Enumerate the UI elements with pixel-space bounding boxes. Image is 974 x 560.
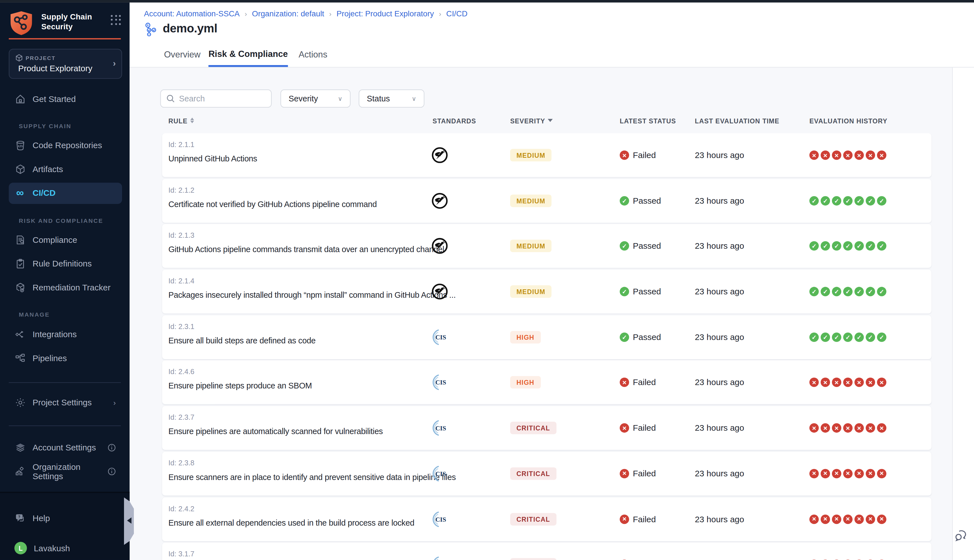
sidebar-item-rule-definitions[interactable]: Rule Definitions [9, 253, 122, 274]
history-passed-icon [821, 196, 830, 205]
history-passed-icon [866, 196, 875, 205]
status-label: Failed [633, 423, 656, 433]
rule-row[interactable]: Id: 3.1.7 CIS CRITICAL Failed 23 hours a… [162, 543, 931, 560]
column-header-rule[interactable]: RULE [168, 117, 193, 124]
rule-row[interactable]: Id: 2.1.2 Certificate not verified by Gi… [162, 179, 931, 223]
history-icons [809, 242, 886, 251]
history-failed-icon [854, 514, 864, 524]
chevron-right-icon: › [113, 398, 116, 407]
breadcrumb-account-link[interactable]: Account: Automation-SSCA [144, 9, 240, 18]
breadcrumb: Account: Automation-SSCA › Organization:… [144, 9, 467, 18]
app-title: Supply Chain Security [42, 12, 92, 32]
cis-icon: CIS [431, 510, 448, 527]
module-grid-icon[interactable] [111, 15, 122, 25]
column-header-severity[interactable]: SEVERITY [510, 117, 553, 124]
artifacts-cube-icon [14, 164, 26, 175]
sidebar-item-integrations[interactable]: Integrations [9, 324, 122, 345]
breadcrumb-organization-link[interactable]: Organization: default [252, 9, 324, 18]
rule-id: Id: 2.1.1 [168, 141, 194, 148]
sidebar: Supply Chain Security PROJECT Product Ex… [0, 2, 130, 560]
sidebar-item-pipelines[interactable]: Pipelines [9, 348, 122, 369]
column-header-last-evaluation-time[interactable]: LAST EVALUATION TIME [695, 117, 779, 124]
rule-row[interactable]: Id: 2.1.3 GitHub Actions pipeline comman… [162, 224, 931, 268]
rule-row[interactable]: Id: 2.3.7 Ensure pipelines are automatic… [162, 406, 931, 450]
user-name: Lavakush [34, 543, 70, 553]
history-failed-icon [809, 514, 819, 524]
sidebar-item-help[interactable]: ? Help [9, 507, 122, 529]
history-icons [809, 469, 886, 478]
rule-row[interactable]: Id: 2.1.4 Packages insecurely installed … [162, 270, 931, 313]
sidebar-item-remediation-tracker[interactable]: Remediation Tracker [9, 277, 122, 298]
history-failed-icon [843, 469, 852, 478]
rule-id: Id: 2.3.8 [168, 459, 194, 467]
sidebar-item-compliance[interactable]: Compliance [9, 229, 122, 251]
history-icons [809, 378, 886, 387]
rule-row[interactable]: Id: 2.3.1 Ensure all build steps are def… [162, 315, 931, 359]
rule-id: Id: 2.4.6 [168, 368, 194, 376]
history-failed-icon [866, 469, 875, 478]
sidebar-section-manage: MANAGE [19, 311, 50, 317]
rule-row[interactable]: Id: 2.4.2 Ensure all external dependenci… [162, 497, 931, 541]
severity-badge: MEDIUM [510, 240, 552, 252]
cis-icon: CIS [431, 465, 448, 482]
status-icon [620, 150, 629, 160]
column-header-evaluation-history[interactable]: EVALUATION HISTORY [809, 117, 887, 124]
history-failed-icon [866, 514, 875, 524]
status-icon [620, 378, 629, 387]
standards-icon-wrap: CIS [431, 238, 448, 255]
breadcrumb-cicd-link[interactable]: CI/CD [446, 9, 467, 18]
compliance-doc-icon [14, 234, 26, 246]
tab-overview[interactable]: Overview [164, 42, 201, 67]
sidebar-item-label: Project Settings [32, 398, 92, 407]
history-failed-icon [832, 469, 841, 478]
sidebar-item-account-settings[interactable]: Account Settings [9, 437, 122, 458]
history-failed-icon [877, 150, 886, 160]
tab-actions[interactable]: Actions [299, 42, 327, 67]
rule-name: Certificate not verified by GitHub Actio… [168, 200, 377, 209]
svg-text:CIS: CIS [435, 515, 446, 523]
severity-filter-dropdown[interactable]: Severity ∨ [280, 90, 350, 108]
status-label: Failed [633, 378, 656, 387]
history-passed-icon [821, 242, 830, 251]
latest-status: Passed [620, 196, 661, 205]
history-failed-icon [832, 378, 841, 387]
sidebar-section-supply-chain: SUPPLY CHAIN [19, 122, 72, 129]
info-icon[interactable] [108, 444, 116, 452]
tab-risk-and-compliance[interactable]: Risk & Compliance [208, 42, 288, 67]
evaluation-time: 23 hours ago [695, 242, 744, 251]
rule-row[interactable]: Id: 2.4.6 Ensure pipeline steps produce … [162, 360, 931, 404]
info-icon[interactable] [108, 467, 116, 475]
remediation-tracker-icon [14, 282, 26, 293]
rule-id: Id: 2.4.2 [168, 505, 194, 512]
sidebar-item-cicd[interactable]: ∞ CI/CD [9, 182, 122, 204]
sidebar-user-menu[interactable]: L Lavakush [9, 537, 122, 559]
sidebar-item-label: Account Settings [32, 443, 96, 452]
history-failed-icon [866, 423, 875, 433]
rule-row[interactable]: Id: 2.3.8 Ensure scanners are in place t… [162, 452, 931, 495]
rule-name: Ensure all build steps are defined as co… [168, 336, 315, 345]
chat-support-icon[interactable] [954, 529, 968, 543]
history-passed-icon [843, 332, 852, 342]
rule-row[interactable]: Id: 2.1.1 Unpinned GitHub Actions CIS ME… [162, 133, 931, 177]
sidebar-divider [9, 425, 121, 426]
breadcrumb-project-link[interactable]: Project: Product Exploratory [337, 9, 434, 18]
sidebar-item-artifacts[interactable]: Artifacts [9, 158, 122, 180]
sidebar-item-project-settings[interactable]: Project Settings › [9, 392, 122, 413]
owasp-icon [431, 192, 448, 209]
sidebar-item-label: Remediation Tracker [32, 283, 110, 292]
severity-badge: MEDIUM [510, 285, 552, 298]
sidebar-item-code-repositories[interactable]: Code Repositories [9, 135, 122, 156]
project-name: Product Exploratory [18, 63, 92, 73]
cis-icon: CIS [431, 556, 448, 560]
status-filter-dropdown[interactable]: Status ∨ [359, 90, 424, 108]
sidebar-bottom-section: ? Help L Lavakush [0, 492, 130, 560]
sort-icon [190, 118, 193, 123]
sidebar-item-get-started[interactable]: Get Started [9, 88, 122, 110]
sidebar-item-organization-settings[interactable]: Organization Settings [9, 461, 122, 482]
column-header-standards[interactable]: STANDARDS [433, 117, 476, 124]
history-passed-icon [866, 332, 875, 342]
history-failed-icon [866, 378, 875, 387]
column-header-latest-status[interactable]: LATEST STATUS [620, 117, 676, 124]
project-selector[interactable]: PROJECT Product Exploratory › [9, 48, 122, 78]
search-input[interactable] [179, 94, 260, 103]
